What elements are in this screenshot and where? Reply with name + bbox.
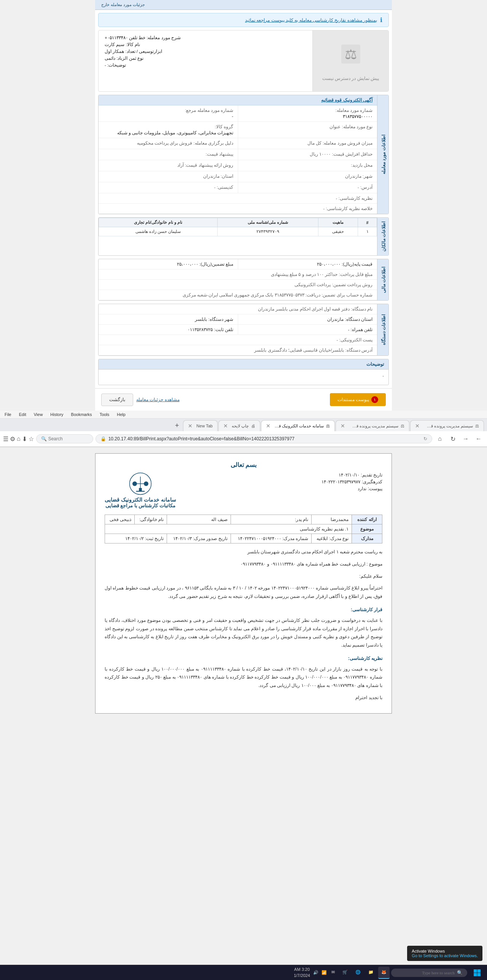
payment-method-row: روش پرداخت تضمین: پرداخت الکترونیکی <box>99 280 377 290</box>
device-address-label: آدرس دستگاه: بابلسر/خیابان قانبسی قضایی؛… <box>254 347 372 353</box>
tab-4-close[interactable]: ✕ <box>223 423 228 429</box>
owner-national-id: ۲۷۴۳۹۳۲۷۰۹ <box>217 227 318 236</box>
auction-field-row-5: محل بازدید: روش ارائه پیشنهاد قیمت: آزاد <box>99 160 377 171</box>
transaction-ref-field: شماره مورد معامله مرجع: - <box>99 105 238 121</box>
expert-opinion-final-row: خلاصه نظریه کارشناسی: - <box>99 204 377 214</box>
print-header-center: سامانه خدمات الکترونیک قضایی مکاتبات کار… <box>105 472 176 508</box>
device-phone-field: تلفن ثابت: ۰۱۱۳۵۲۸۳۷۲۵ <box>99 325 238 335</box>
menu-icon[interactable]: ☰ <box>3 435 8 443</box>
back-button[interactable]: بازگشت <box>101 394 133 406</box>
tab-5[interactable]: New Tab ✕ <box>183 420 218 431</box>
tab-2-close[interactable]: ✕ <box>341 423 345 429</box>
home-btn[interactable]: ⌂ <box>434 433 445 444</box>
expert-opinion-heading: قرار کارشناسی: <box>105 606 382 614</box>
new-tab-button[interactable]: + <box>172 421 182 431</box>
menu-view[interactable]: View <box>32 411 45 417</box>
deal-group-label: نوع مورد معامله: عنوان <box>243 124 372 129</box>
tab-1-close[interactable]: ✕ <box>415 423 420 429</box>
city-label: شهر: مازندران <box>243 174 372 179</box>
docs-issue-date: تاریخ صدور مدرک: ۱۴۰۲/۱۰/۳ <box>167 534 231 543</box>
expert-opinion-row: نظریه کارشناسی: - <box>99 193 377 204</box>
svg-point-6 <box>144 481 148 486</box>
payment-method: روش پرداخت تضمین: پرداخت الکترونیکی <box>294 282 372 287</box>
tab-2-label: سیستم مدیریت پرونده قضایی <box>349 424 398 429</box>
preview-section: ⚖ پیش نمایش در دسترس نیست شرح مورد معامل… <box>98 30 389 92</box>
deal-category: ابزارتوسیعی / تعداد: همکار اول <box>105 49 162 54</box>
subject-label: موضوع <box>352 524 382 534</box>
address-label: آدرس: - <box>243 185 372 190</box>
father-value: صیف اله <box>167 515 231 524</box>
menu-history[interactable]: History <box>49 411 65 417</box>
refresh-icon[interactable]: ↻ <box>423 436 427 441</box>
print-logo-icon <box>129 472 152 495</box>
deal-reason-label: دلیل برگزاری معامله: فروش برای پرداخت مح… <box>103 140 233 146</box>
search-input[interactable] <box>48 436 105 441</box>
tab-2[interactable]: ⚖ سیستم مدیریت پرونده قضایی ✕ <box>336 420 409 431</box>
letter-salutation: سلام علیکم: <box>105 572 382 581</box>
attach-button[interactable]: ۱ پیوست مستندات <box>330 393 386 406</box>
download-icon[interactable]: ⬇ <box>22 435 27 443</box>
docs-ref-number: شماره مدرک: ۱۴۰۲۲۴۷۱۰۰۰۵۱۹۲۴۰۰۰ <box>231 534 312 543</box>
expert-opinion-final-label: خلاصه نظریه کارشناسی: - <box>323 206 372 211</box>
attachment-value: ندارد <box>358 486 366 491</box>
menu-file[interactable]: File <box>3 411 13 417</box>
auction-field-row-2: نوع مورد معامله: عنوان گروه کالا: تجهیزا… <box>99 122 377 138</box>
device-address-row: آدرس دستگاه: بابلسر/خیابان قانبسی قضایی؛… <box>99 345 377 355</box>
lawyer-label: نام خانوادگی: <box>134 515 167 524</box>
base-price-field: قیمت پایه(ریال): ۲۵۰،۰۰۰،۰۰۰ <box>238 259 377 269</box>
base-price-value: ۲۵۰،۰۰۰،۰۰۰ <box>317 262 341 266</box>
menu-bar: File Edit View History Bookmarks Tools H… <box>0 411 487 419</box>
deal-description: شرح مورد معامله: خط تلفن ۰۵۱۱۳۳۴۸۰+ <box>105 35 181 40</box>
date-value: ۱۴۰۲/۱۰/۱۰ <box>339 472 360 478</box>
contract-amount-row: مبلغ قابل پرداخت: حداکثر ۱۰۰ درصد و ۵ مب… <box>99 269 377 280</box>
auction-title-bar: آگهی الکترونیک قوه قضائیه <box>99 95 377 105</box>
info-banner-text[interactable]: بمنظور مشاهده نقاریخ کارشناسی معامله به … <box>245 18 377 23</box>
view-details-link[interactable]: مشاهده جزئیات معامله <box>136 397 180 402</box>
address-input[interactable] <box>108 436 421 441</box>
browser-chrome: File Edit View History Bookmarks Tools H… <box>0 411 487 447</box>
auction-title-link[interactable]: آگهی الکترونیک قوه قضائیه <box>321 97 372 103</box>
tab-3-close[interactable]: ✕ <box>266 423 271 429</box>
tab-1[interactable]: ⚖ سیستم مدیریت پرونده قضایی ✕ <box>410 420 484 431</box>
owner-name: سلیمان حسن زاده هاشمی <box>99 227 218 236</box>
max-increase-label: حداقل افزایش قیمت: ۱۰۰۰۰ ریال <box>243 151 372 157</box>
device-fax-label: تلفن همراه: - <box>348 327 372 332</box>
expert-result-text: با توجه به قیمت روز بازار در این تاریخ ۱… <box>105 665 382 690</box>
back-nav-btn[interactable]: ← <box>473 433 484 444</box>
description-content: - <box>99 370 388 385</box>
forward-nav-btn[interactable]: → <box>460 433 471 444</box>
bookmark-icon[interactable]: ☆ <box>29 435 34 443</box>
menu-edit[interactable]: Edit <box>18 411 28 417</box>
reload-btn[interactable]: ↻ <box>447 433 458 444</box>
auction-field-row-4: حداقل افزایش قیمت: ۱۰۰۰۰ ریال پیشنهاد قی… <box>99 149 377 160</box>
court-row: نام دستگاه: دفتر قضه اول اجرای احکام مدن… <box>99 304 377 314</box>
date-label: تاریخ تقدیم: <box>361 472 382 478</box>
preview-image: ⚖ پیش نمایش در دسترس نیست <box>312 30 388 91</box>
owner-identity: حقیقی <box>318 227 358 236</box>
docs-ref-label: نوع مدرک: ابلاغیه <box>312 534 352 543</box>
device-content: نام دستگاه: دفتر قضه اول اجرای احکام مدن… <box>99 304 377 355</box>
auction-field-row-7: آدرس: - کدپستی: - <box>99 182 377 193</box>
device-info-section: اطلاعات دستگاه نام دستگاه: دفتر قضه اول … <box>98 304 389 356</box>
menu-tools[interactable]: Tools <box>98 411 111 417</box>
city-field: شهر: مازندران <box>238 171 377 182</box>
tab-4[interactable]: 🖨 چاپ لایحه ✕ <box>218 420 260 431</box>
device-phone-label: تلفن ثابت: ۰۱۱۳۵۲۸۳۷۲۵ <box>188 327 233 332</box>
menu-help[interactable]: Help <box>115 411 127 417</box>
home-icon[interactable]: ⌂ <box>17 435 21 443</box>
footer-buttons: ۱ پیوست مستندات مشاهده جزئیات معامله باز… <box>95 388 392 411</box>
settings-icon[interactable]: ⚙ <box>10 435 15 443</box>
device-city-label: شهر دستگاه: بابلسر <box>195 317 233 322</box>
browser-toolbar: ← → ↻ ⌂ 🔒 ↻ 🔍 ☆ ⬇ ⌂ ⚙ ☰ <box>0 431 487 447</box>
print-body: به ریاست محترم شعبه ۱ اجرای احکام مدنی د… <box>105 548 382 702</box>
docs-label: مدارک <box>352 534 382 543</box>
deal-group-field: نوع مورد معامله: عنوان <box>238 122 377 138</box>
tab-3[interactable]: ⚖ سامانه خدمات الکترونیک قضایی ✕ <box>261 420 335 431</box>
menu-bookmarks[interactable]: Bookmarks <box>70 411 94 417</box>
letter-greeting: به ریاست محترم شعبه ۱ اجرای احکام مدنی د… <box>105 548 382 556</box>
attach-badge: ۱ <box>371 396 378 403</box>
lawyer-value: ذبیحی فخی <box>105 515 135 524</box>
deal-reason-field: دلیل برگزاری معامله: فروش برای پرداخت مح… <box>99 138 238 149</box>
tab-5-close[interactable]: ✕ <box>188 423 193 429</box>
owner-info-section: اطلاعات مالکان # ماهیت شماره ملی/شناسه م… <box>98 217 389 256</box>
